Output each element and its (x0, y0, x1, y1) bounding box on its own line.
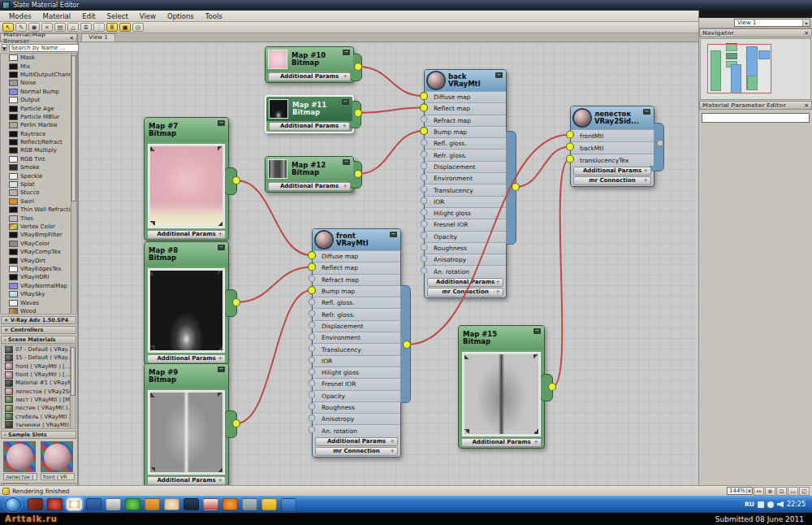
map-type-item[interactable]: Swirl (1, 197, 76, 206)
node-footer-additional-params[interactable]: Additional Params+ (147, 476, 226, 485)
collapse-node-button[interactable]: − (390, 232, 397, 237)
map-type-item[interactable]: Tiles (1, 214, 76, 222)
map-type-item[interactable]: Waves (1, 298, 76, 306)
node-footer-mr-connection[interactable]: mr Connection+ (573, 176, 651, 185)
node-header[interactable]: Map #10Bitmap− (266, 47, 353, 72)
map-type-item[interactable]: Reflect/Refract (1, 138, 76, 146)
taskbar-app-10[interactable] (203, 498, 218, 510)
collapse-node-button[interactable]: − (643, 109, 650, 115)
node-slot-refl-gloss-[interactable]: Refl. gloss. (313, 297, 400, 308)
material-id-channel-button[interactable]: 8 (106, 23, 118, 32)
map-type-item[interactable]: Mask (1, 54, 76, 62)
close-icon[interactable]: × (804, 102, 809, 109)
map-type-item[interactable]: VRayCompTex (1, 248, 76, 256)
lay-out-children-button[interactable]: ⋮ (93, 23, 105, 32)
node-footer-additional-params[interactable]: Additional Params+ (268, 72, 351, 81)
node-slot-translucency[interactable]: Translucency (425, 184, 506, 195)
map-type-item[interactable]: Thin Wall Refraction (1, 206, 76, 214)
map-type-item[interactable]: Speckle (1, 171, 76, 180)
scene-list-scrollbar[interactable] (70, 345, 76, 428)
node-slot-roughness[interactable]: Roughness (425, 242, 506, 254)
scene-material-item[interactable]: лепесток ( VRay2Si... (2, 387, 76, 395)
node-header[interactable]: Map #9Bitmap− (145, 364, 228, 388)
node-slot-reflect-map[interactable]: Reflect map (313, 262, 400, 273)
group-scene-materials[interactable]: - Scene Materials (1, 336, 76, 344)
node-footer-mr-connection[interactable]: mr Connection+ (315, 447, 398, 456)
node-graph-canvas[interactable]: Map #7Bitmap−Additional Params+Map #8Bit… (78, 42, 698, 485)
taskbar-app-7[interactable] (145, 498, 160, 510)
browser-panel-header[interactable]: Material/Map Browser × (0, 33, 77, 42)
node-slot-anisotropy[interactable]: Anisotropy (313, 413, 400, 424)
node-slot-translucencytex[interactable]: translucencyTex (571, 154, 654, 166)
node-slot-refr-gloss-[interactable]: Refr. gloss. (425, 149, 506, 160)
node-map10[interactable]: Map #10Bitmap−Additional Params+ (265, 46, 354, 83)
node-map8[interactable]: Map #8Bitmap−Additional Params+ (144, 241, 229, 365)
node-footer-additional-params[interactable]: Additional Params+ (573, 167, 651, 176)
language-indicator[interactable]: RU (745, 501, 754, 508)
select-tool-button[interactable]: ↖ (2, 23, 14, 32)
node-slot-environment[interactable]: Environment (313, 332, 400, 343)
menu-material[interactable]: Material (37, 11, 77, 21)
taskbar-app-1[interactable] (28, 498, 43, 510)
chevron-down-icon[interactable]: ▼ (2, 44, 7, 51)
node-slot-environment[interactable]: Environment (425, 172, 506, 184)
node-front[interactable]: frontVRayMtl−Diffuse mapReflect mapRefra… (312, 228, 401, 458)
taskbar-app-4[interactable] (86, 498, 102, 510)
zoom-level-dropdown[interactable]: 144% ▾ (727, 487, 753, 495)
taskbar-app-6[interactable] (125, 498, 140, 510)
taskbar-app-12[interactable] (242, 498, 257, 510)
map-type-item[interactable]: Smoke (1, 163, 76, 171)
collapse-node-button[interactable]: − (218, 245, 225, 250)
collapse-node-button[interactable]: − (218, 367, 225, 372)
show-shaded-material-button[interactable]: ▣ (119, 23, 131, 32)
node-slot-refl-gloss-[interactable]: Refl. gloss. (425, 137, 506, 149)
minimap-view-rect[interactable] (707, 44, 771, 93)
zoom-region-tool-button[interactable]: ⊡ (776, 487, 787, 496)
node-header[interactable]: Map #15Bitmap− (459, 326, 544, 350)
node-header[interactable]: Map #11Bitmap− (266, 97, 352, 121)
volume-icon[interactable] (777, 501, 784, 508)
node-header[interactable]: Map #12Bitmap− (266, 157, 353, 181)
map-type-item[interactable]: Mix (1, 62, 76, 70)
node-footer-additional-params[interactable]: Additional Params+ (268, 182, 351, 191)
node-slot-ior[interactable]: IOR (425, 196, 506, 207)
map-type-item[interactable]: VRayHDRI (1, 273, 76, 281)
taskbar-app-9[interactable] (184, 498, 199, 510)
scene-material-item[interactable]: front ( VRayMtl ) [... (2, 362, 76, 371)
node-footer-mr-connection[interactable]: mr Connection+ (427, 288, 503, 297)
map-type-item[interactable]: VRayBmpFilter (1, 231, 76, 239)
node-slot-bump-map[interactable]: Bump map (425, 126, 506, 137)
map-type-item[interactable]: Output (1, 96, 76, 104)
taskbar-app-2[interactable] (47, 498, 63, 510)
node-footer-additional-params[interactable]: Additional Params+ (427, 278, 503, 287)
node-slot-hilight-gloss[interactable]: Hilight gloss (425, 207, 506, 219)
scene-material-item[interactable]: 07 - Default ( VRay... (2, 345, 76, 354)
menu-edit[interactable]: Edit (76, 11, 101, 21)
node-footer-additional-params[interactable]: Additional Params+ (461, 438, 542, 447)
sample-slot[interactable]: front ( VR (41, 441, 75, 481)
node-footer-additional-params[interactable]: Additional Params+ (147, 354, 226, 363)
map-type-item[interactable]: RGB Tint (1, 155, 76, 163)
node-slot-reflect-map[interactable]: Reflect map (425, 102, 506, 114)
view-dropdown[interactable]: View 1 ▾ (734, 19, 810, 27)
map-type-item[interactable]: VRayColor (1, 240, 76, 248)
node-back[interactable]: backVRayMtl−Diffuse mapReflect mapRefrac… (424, 69, 507, 298)
node-slot-translucency[interactable]: Translucency (313, 343, 400, 354)
node-slot-refr-gloss-[interactable]: Refr. gloss. (313, 308, 400, 319)
collapse-node-button[interactable]: − (218, 120, 225, 126)
node-slot-diffuse-map[interactable]: Diffuse map (313, 250, 400, 262)
node-footer-additional-params[interactable]: Additional Params+ (147, 230, 226, 239)
node-map12[interactable]: Map #12Bitmap−Additional Params+ (265, 156, 354, 193)
menu-select[interactable]: Select (102, 11, 134, 21)
scene-material-item[interactable]: пестик ( VRayMtl )... (2, 404, 76, 412)
pan-tool-button[interactable]: ↔ (754, 487, 764, 496)
node-slot-bump-map[interactable]: Bump map (313, 285, 400, 297)
node-map7[interactable]: Map #7Bitmap−Additional Params+ (144, 117, 229, 241)
taskbar-app-11[interactable] (222, 498, 238, 510)
scene-material-item[interactable]: лист ( VRayMtl ) [М... (2, 396, 76, 404)
scene-material-item[interactable]: front ( VRayMtl ) [... (2, 371, 76, 379)
sample-slot[interactable]: лепесток ( (3, 441, 37, 481)
map-type-item[interactable]: VRayNormalMap (1, 282, 76, 290)
node-slot-backmtl[interactable]: backMtl (571, 141, 654, 154)
menu-options[interactable]: Options (162, 11, 200, 21)
